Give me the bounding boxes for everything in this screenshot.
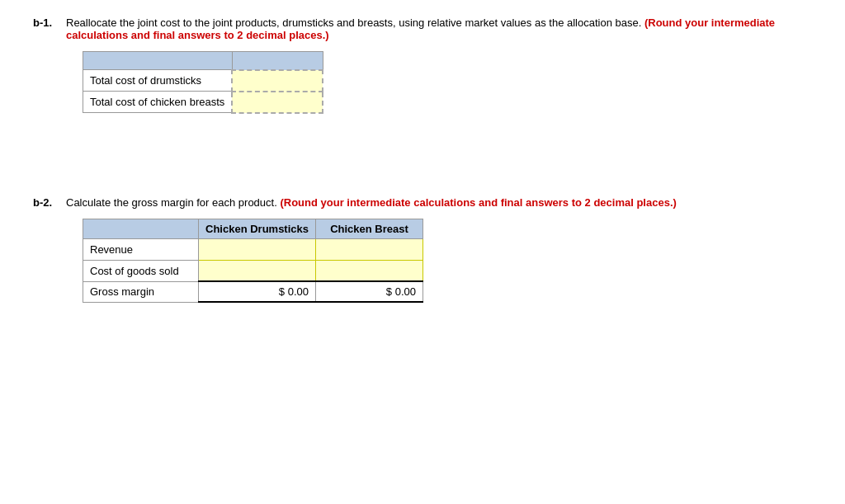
cost-table-row-drumsticks: Total cost of drumsticks (83, 70, 323, 92)
question-b2-text: Calculate the gross margin for each prod… (66, 196, 280, 209)
question-b2-red: (Round your intermediate calculations an… (280, 196, 676, 209)
question-b2-label: b-2. (33, 196, 66, 209)
cost-table-header-row (83, 52, 323, 70)
gross-header-breast: Chicken Breast (316, 219, 423, 238)
margin-drumsticks-dollar: $ (279, 285, 285, 298)
cost-header-label (83, 52, 233, 70)
margin-breast-amount: 0.00 (395, 285, 416, 298)
question-b1-row: b-1. Reallocate the joint cost to the jo… (33, 16, 812, 114)
question-b1-label: b-1. (33, 16, 66, 29)
question-b1-text: Reallocate the joint cost to the joint p… (66, 16, 644, 29)
cogs-label: Cost of goods sold (83, 260, 199, 281)
cost-table-row-breasts: Total cost of chicken breasts (83, 92, 323, 113)
margin-breast-dollar: $ (386, 285, 392, 298)
gross-row-cogs: Cost of goods sold (83, 260, 423, 281)
cogs-drumsticks-input[interactable] (199, 260, 316, 281)
gross-row-revenue: Revenue (83, 238, 423, 260)
breasts-input[interactable] (232, 92, 323, 113)
question-b2-content: Calculate the gross margin for each prod… (66, 196, 812, 304)
gross-margin-table: Chicken Drumsticks Chicken Breast Revenu… (83, 219, 423, 304)
gross-row-margin: Gross margin $ 0.00 $ 0.00 (83, 281, 423, 302)
drumsticks-input[interactable] (232, 70, 323, 92)
gross-header-empty (83, 219, 199, 238)
cost-header-value (232, 52, 323, 70)
revenue-drumsticks-input[interactable] (199, 238, 316, 260)
revenue-label: Revenue (83, 238, 199, 260)
question-b2-row: b-2. Calculate the gross margin for each… (33, 196, 812, 304)
cost-table: Total cost of drumsticks Total cost of c… (83, 51, 323, 114)
margin-breast-value: $ 0.00 (316, 281, 423, 302)
cogs-breast-input[interactable] (316, 260, 423, 281)
gross-header-drumsticks: Chicken Drumsticks (199, 219, 316, 238)
margin-drumsticks-amount: 0.00 (288, 285, 309, 298)
margin-drumsticks-value: $ 0.00 (199, 281, 316, 302)
section-b2: b-2. Calculate the gross margin for each… (33, 196, 812, 304)
breasts-label: Total cost of chicken breasts (83, 92, 233, 113)
gross-header-row: Chicken Drumsticks Chicken Breast (83, 219, 423, 238)
question-b1-content: Reallocate the joint cost to the joint p… (66, 16, 812, 114)
margin-label: Gross margin (83, 281, 199, 302)
drumsticks-label: Total cost of drumsticks (83, 70, 233, 92)
revenue-breast-input[interactable] (316, 238, 423, 260)
section-b1: b-1. Reallocate the joint cost to the jo… (33, 16, 812, 114)
